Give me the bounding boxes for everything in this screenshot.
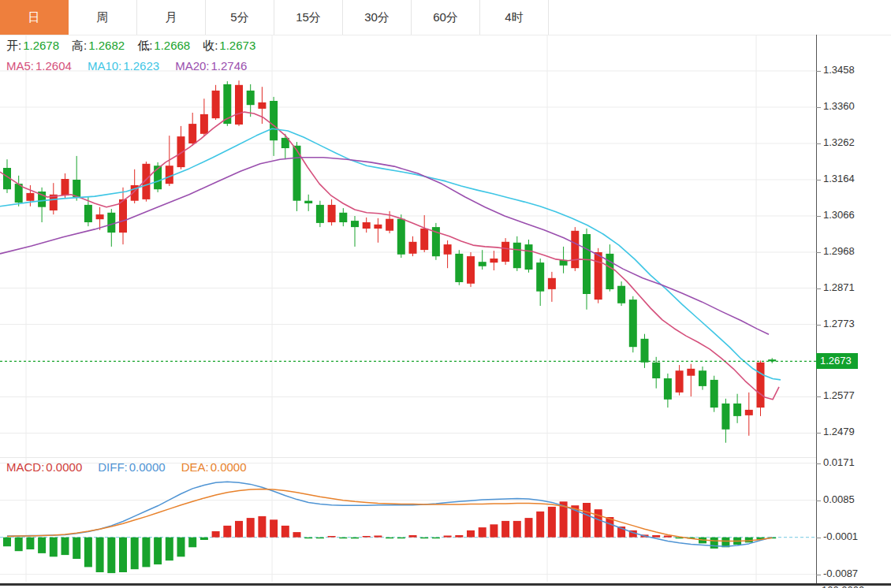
macd-legend: MACD:0.0000DIFF:0.0000DEA:0.0000 [6,460,259,474]
tab-60min[interactable]: 60分 [412,0,480,35]
open-label: 开: [6,39,21,52]
macd-value: 0.0000 [46,460,82,474]
price-tick-label: 1.3458 [823,64,855,76]
tab-15min[interactable]: 15分 [274,0,343,35]
axis-tick [816,71,821,72]
price-tick-label: 1.3066 [823,209,855,221]
dea-label: DEA: [181,460,209,474]
ma10-label: MA10: [88,59,121,73]
axis-tick [816,433,821,434]
close-label: 收: [203,39,218,52]
price-tick-label: 1.3164 [823,173,855,184]
high-value: 1.2682 [88,39,125,52]
axis-tick [816,180,821,180]
axis-tick [816,107,821,108]
tab-4hour[interactable]: 4时 [480,0,549,35]
tab-weekly[interactable]: 周 [69,0,137,35]
tab-monthly[interactable]: 月 [137,0,206,35]
tab-daily[interactable]: 日 [0,0,69,35]
ohlc-legend: 开:1.2678高:1.2682低:1.2668收:1.2673 [6,39,268,54]
price-tick-label: 1.3360 [823,100,855,112]
axis-tick [816,288,821,289]
main-candlestick-canvas[interactable] [0,35,816,457]
high-label: 高: [72,39,87,52]
axis-tick [816,575,821,575]
price-tick-label: 1.2479 [823,426,855,437]
axis-tick [816,463,821,464]
low-label: 低: [137,39,152,52]
diff-value: 0.0000 [129,460,166,474]
dea-value: 0.0000 [211,460,247,474]
tab-5min[interactable]: 5分 [206,0,274,35]
axis-tick [816,216,821,217]
bottom-pane-border [0,583,891,586]
price-tick-label: 1.2871 [823,281,855,293]
price-tick-label: 1.2577 [823,389,855,401]
price-tick-label: 1.2773 [823,318,855,329]
ma5-label: MA5: [6,59,34,73]
axis-tick [816,396,821,397]
macd-label: MACD: [6,460,44,474]
close-value: 1.2673 [219,39,255,52]
price-axis-line [816,35,817,585]
tab-30min[interactable]: 30分 [343,0,412,35]
timeframe-tabbar: 日周月5分15分30分60分4时 [0,0,891,35]
axis-tick [816,538,821,538]
trading-chart-app: { "tabbar": { "tabs": [ {"label": "日", "… [0,0,891,588]
low-value: 1.2668 [154,39,190,52]
ma20-label: MA20: [175,59,209,73]
axis-tick [816,325,821,326]
price-tick-label: 1.2968 [823,245,855,257]
current-price-badge: 1.2673 [816,353,858,369]
axis-tick [816,252,821,253]
pane-divider [0,457,816,458]
ma5-value: 1.2604 [35,59,72,73]
ma20-value: 1.2746 [211,59,248,73]
macd-canvas[interactable] [0,457,816,582]
macd-tick-label: -0.0087 [823,568,858,579]
ma10-value: 1.2623 [123,59,159,73]
macd-tick-label: 0.0171 [823,456,855,468]
open-value: 1.2678 [23,39,59,52]
diff-label: DIFF: [98,460,128,474]
axis-tick [816,501,821,501]
macd-tick-label: -0.0001 [823,530,858,542]
price-tick-label: 1.3262 [823,136,855,148]
ma-legend: MA5:1.2604MA10:1.2623MA20:1.2746 [6,59,259,73]
axis-tick [816,143,821,144]
macd-tick-label: 0.0085 [823,493,855,505]
